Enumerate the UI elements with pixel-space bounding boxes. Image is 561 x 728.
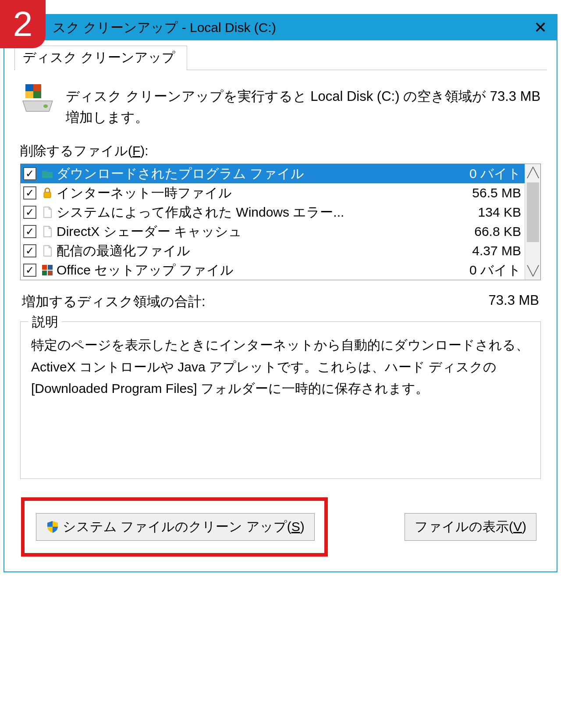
- description-text: 特定のページを表示したときにインターネットから自動的にダウンロードされる、Act…: [31, 334, 530, 400]
- checkbox[interactable]: [23, 206, 36, 219]
- checkbox[interactable]: [23, 225, 36, 238]
- svg-rect-3: [33, 91, 41, 98]
- file-list-item[interactable]: ダウンロードされたプログラム ファイル0 バイト: [21, 164, 525, 183]
- svg-rect-0: [25, 84, 33, 91]
- summary-row: ディスク クリーンアップを実行すると Local Disk (C:) の空き領域…: [20, 83, 541, 128]
- file-item-name: Office セットアップ ファイル: [57, 261, 444, 279]
- file-item-name: DirectX シェーダー キャッシュ: [57, 223, 444, 241]
- client-area: ディスク クリーンアップ ディスク クリーンアップを実行すると Local Di…: [4, 40, 557, 571]
- file-list-item[interactable]: DirectX シェーダー キャッシュ66.8 KB: [21, 222, 525, 241]
- file-item-name: ダウンロードされたプログラム ファイル: [57, 165, 444, 183]
- scrollbar[interactable]: ╱╲ ╲╱: [525, 164, 540, 280]
- svg-rect-6: [42, 265, 47, 270]
- close-button[interactable]: ✕: [529, 17, 551, 39]
- description-groupbox: 説明 特定のページを表示したときにインターネットから自動的にダウンロードされる、…: [20, 321, 541, 479]
- step-badge: 2: [0, 0, 46, 48]
- description-title: 説明: [28, 313, 62, 331]
- files-to-delete-label: 削除するファイル(F):: [20, 142, 543, 160]
- button-row: システム ファイルのクリーン アップ(S) ファイルの表示(V): [21, 497, 536, 557]
- label-hotkey: F: [132, 143, 140, 158]
- svg-rect-9: [48, 271, 53, 275]
- tab-label: ディスク クリーンアップ: [23, 50, 175, 64]
- file-item-size: 0 バイト: [447, 261, 521, 279]
- file-list-item[interactable]: システムによって作成された Windows エラー...134 KB: [21, 203, 525, 222]
- window-title: スク クリーンアップ - Local Disk (C:): [53, 19, 529, 37]
- button-label: システム ファイルのクリーン アップ(S): [63, 518, 305, 536]
- close-icon: ✕: [534, 18, 547, 37]
- drive-icon: [20, 83, 55, 114]
- svg-rect-1: [33, 84, 41, 91]
- checkbox[interactable]: [23, 264, 36, 277]
- dialog-window: スク クリーンアップ - Local Disk (C:) ✕ ディスク クリーン…: [4, 14, 557, 572]
- file-item-size: 4.37 MB: [447, 243, 521, 258]
- file-icon: [41, 244, 54, 257]
- file-list-item[interactable]: インターネット一時ファイル56.5 MB: [21, 183, 525, 203]
- file-item-name: インターネット一時ファイル: [57, 184, 444, 202]
- svg-rect-2: [25, 91, 33, 98]
- scroll-down-arrow-icon[interactable]: ╲╱: [525, 262, 540, 280]
- file-item-name: 配信の最適化ファイル: [57, 242, 444, 260]
- file-item-name: システムによって作成された Windows エラー...: [57, 203, 444, 221]
- svg-point-4: [43, 104, 48, 108]
- folder-teal-icon: [41, 167, 54, 180]
- file-list-item[interactable]: Office セットアップ ファイル0 バイト: [21, 261, 525, 280]
- label-text: 削除するファイル(: [20, 143, 132, 158]
- file-item-size: 134 KB: [447, 205, 521, 220]
- total-row: 増加するディスク領域の合計: 73.3 MB: [22, 293, 539, 311]
- file-item-size: 0 バイト: [447, 165, 521, 183]
- scroll-thumb[interactable]: [527, 182, 539, 242]
- svg-rect-5: [44, 192, 51, 198]
- cleanup-system-files-button[interactable]: システム ファイルのクリーン アップ(S): [36, 513, 315, 541]
- summary-text: ディスク クリーンアップを実行すると Local Disk (C:) の空き領域…: [66, 83, 541, 128]
- svg-rect-8: [42, 271, 47, 275]
- checkbox[interactable]: [23, 244, 36, 257]
- checkbox[interactable]: [23, 186, 36, 200]
- office-icon: [41, 264, 54, 277]
- file-list: ダウンロードされたプログラム ファイル0 バイトインターネット一時ファイル56.…: [20, 164, 541, 280]
- button-label: ファイルの表示(V): [415, 518, 526, 536]
- file-list-item[interactable]: 配信の最適化ファイル4.37 MB: [21, 241, 525, 261]
- label-suffix: ):: [140, 143, 148, 158]
- file-item-size: 66.8 KB: [447, 224, 521, 239]
- total-value: 73.3 MB: [489, 293, 539, 311]
- total-label: 増加するディスク領域の合計:: [22, 293, 206, 311]
- titlebar[interactable]: スク クリーンアップ - Local Disk (C:) ✕: [4, 15, 557, 40]
- tab-disk-cleanup[interactable]: ディスク クリーンアップ: [14, 46, 187, 70]
- svg-rect-7: [48, 265, 53, 270]
- file-icon: [41, 206, 54, 219]
- highlight-box: システム ファイルのクリーン アップ(S): [21, 497, 328, 557]
- scroll-up-arrow-icon[interactable]: ╱╲: [525, 164, 540, 182]
- lock-icon: [41, 186, 54, 200]
- tabpanel: ディスク クリーンアップを実行すると Local Disk (C:) の空き領域…: [14, 70, 547, 557]
- shield-icon: [46, 520, 59, 533]
- file-item-size: 56.5 MB: [447, 186, 521, 200]
- checkbox[interactable]: [23, 167, 36, 180]
- view-files-button[interactable]: ファイルの表示(V): [405, 513, 536, 541]
- file-icon: [41, 225, 54, 238]
